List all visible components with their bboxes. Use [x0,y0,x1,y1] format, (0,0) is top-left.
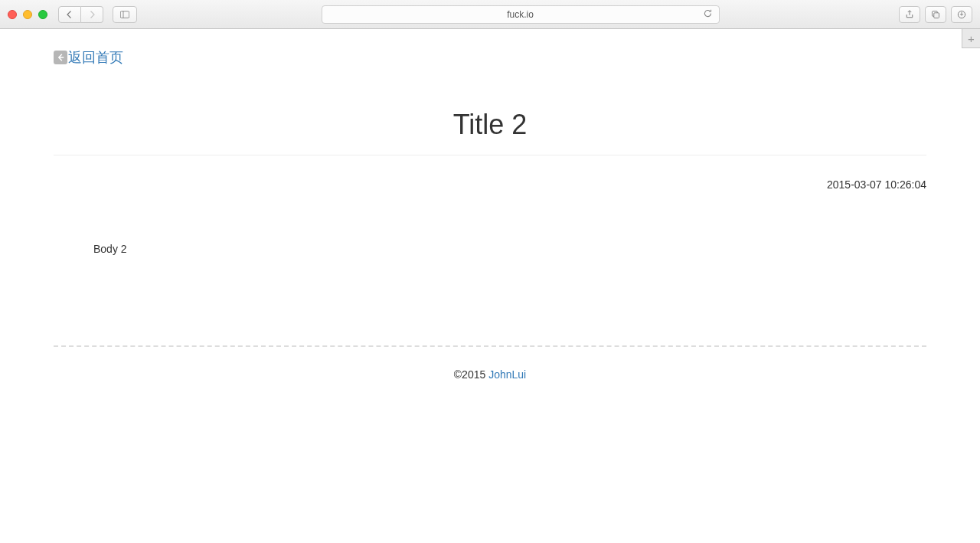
article-title: Title 2 [54,109,926,155]
back-home-label: 返回首页 [68,48,123,67]
back-arrow-icon [54,51,67,64]
window-controls [8,10,47,19]
article-date: 2015-03-07 10:26:04 [54,178,926,191]
footer: ©2015 JohnLui [54,368,926,381]
share-icon [905,10,914,19]
svg-rect-0 [120,11,129,18]
show-sidebar-button[interactable] [113,6,137,23]
reload-button[interactable] [703,8,713,21]
browser-toolbar: fuck.io [0,0,980,29]
divider [54,345,926,347]
share-button[interactable] [899,6,920,23]
show-tabs-button[interactable] [925,6,946,23]
url-text: fuck.io [507,9,534,20]
back-home-link[interactable]: 返回首页 [54,48,123,67]
tabs-icon [931,10,940,19]
chevron-left-icon [65,10,74,19]
chevron-right-icon [87,10,96,19]
close-window-button[interactable] [8,10,17,19]
minimize-window-button[interactable] [23,10,32,19]
page-content: 返回首页 Title 2 2015-03-07 10:26:04 Body 2 … [0,29,980,381]
downloads-button[interactable] [951,6,972,23]
address-bar[interactable]: fuck.io [322,5,720,24]
download-icon [957,10,966,19]
nav-back-forward [58,6,108,23]
plus-icon: + [968,32,975,45]
reload-icon [703,8,713,18]
new-tab-button[interactable]: + [962,29,980,48]
copyright-text: ©2015 [454,368,488,381]
maximize-window-button[interactable] [38,10,47,19]
sidebar-icon [120,10,129,19]
article-body: Body 2 [93,243,926,255]
toolbar-right [899,6,972,23]
author-link[interactable]: JohnLui [488,368,526,381]
nav-back-button[interactable] [58,6,81,23]
nav-forward-button[interactable] [81,6,103,23]
svg-rect-3 [934,12,939,18]
